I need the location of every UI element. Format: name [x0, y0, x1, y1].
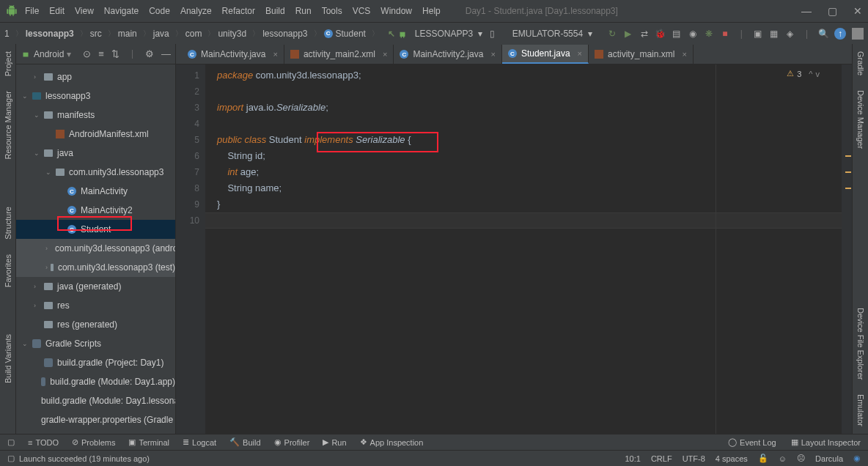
crumb[interactable]: com — [185, 29, 202, 39]
tree-item[interactable]: build.gradle (Module: Day1.lessonapp3) — [16, 391, 175, 410]
menu-analyze[interactable]: Analyze — [180, 6, 212, 16]
crumb[interactable]: lessonapp3 — [262, 29, 307, 39]
tree-item[interactable]: res (generated) — [16, 315, 175, 334]
line-separator[interactable]: CRLF — [651, 454, 672, 463]
close-tab-icon[interactable]: × — [490, 50, 495, 59]
profiler-tab[interactable]: ◉ Profiler — [274, 437, 310, 447]
tree-item[interactable]: build.gradle (Module: Day1.app) — [16, 372, 175, 391]
editor-tab[interactable]: activity_main.xml× — [589, 45, 694, 64]
editor-tab[interactable]: CMainActivity.java× — [182, 45, 284, 64]
project-view-dropdown[interactable]: Android ▾ — [21, 49, 71, 59]
logcat-tab[interactable]: ≣ Logcat — [183, 437, 216, 447]
tree-item[interactable]: ›res — [16, 296, 175, 315]
problems-tab[interactable]: ⊘ Problems — [72, 437, 115, 447]
inspection-badge[interactable]: ⚠3 ^v — [787, 69, 820, 78]
minimize-button[interactable]: — — [801, 5, 812, 17]
crumb[interactable]: 1 — [4, 29, 10, 39]
tree-item[interactable]: ⌄manifests — [16, 106, 175, 125]
sync-icon[interactable]: ↻ — [607, 29, 617, 39]
crumb[interactable]: Student — [336, 29, 366, 39]
build-tab[interactable]: 🔨 Build — [229, 437, 260, 447]
tab-favorites[interactable]: Favorites — [2, 247, 14, 295]
select-opened-file-icon[interactable]: ⊙ — [83, 48, 91, 59]
settings-icon[interactable]: ⚙ — [145, 48, 154, 59]
crumb[interactable]: main — [118, 29, 137, 39]
expand-all-icon[interactable]: ≡ — [98, 48, 104, 59]
todo-tab[interactable]: ≡ TODO — [28, 438, 59, 447]
tree-item[interactable]: AndroidManifest.xml — [16, 125, 175, 144]
close-tab-icon[interactable]: × — [383, 50, 387, 59]
tab-gradle[interactable]: Gradle — [855, 44, 867, 83]
menu-edit[interactable]: Edit — [49, 6, 65, 16]
tree-item[interactable]: ›com.unity3d.lessonapp3 (test) — [16, 258, 175, 277]
menu-window[interactable]: Window — [380, 6, 412, 16]
close-tab-icon[interactable]: × — [682, 50, 686, 59]
tree-item[interactable]: ›app — [16, 67, 175, 86]
resource-manager-icon[interactable]: ◈ — [785, 29, 795, 39]
attach-debugger-icon[interactable]: ❋ — [704, 29, 714, 39]
crumb[interactable]: unity3d — [218, 29, 246, 39]
tree-item[interactable]: ⌄Gradle Scripts — [16, 334, 175, 353]
menu-file[interactable]: File — [25, 6, 39, 16]
menu-run[interactable]: Run — [295, 6, 312, 16]
menu-code[interactable]: Code — [149, 6, 170, 16]
device-dropdown[interactable]: EMULATOR-5554 ▾ — [512, 29, 592, 39]
run-tab[interactable]: ▶ Run — [323, 437, 346, 447]
coverage-icon[interactable]: ▤ — [672, 29, 682, 39]
tree-item[interactable]: ›java (generated) — [16, 277, 175, 296]
close-tab-icon[interactable]: × — [578, 49, 582, 58]
editor-tab[interactable]: activity_main2.xml× — [284, 45, 394, 64]
close-tab-icon[interactable]: × — [273, 50, 277, 59]
menu-navigate[interactable]: Navigate — [104, 6, 139, 16]
menu-vcs[interactable]: VCS — [353, 6, 371, 16]
menu-tools[interactable]: Tools — [322, 6, 342, 16]
memory-icon[interactable]: ◉ — [853, 454, 861, 463]
tree-item[interactable]: CMainActivity2 — [16, 201, 175, 220]
tool-window-button[interactable]: ▢ — [7, 437, 15, 447]
apply-changes-icon[interactable]: ⇄ — [639, 29, 650, 39]
run-icon[interactable]: ▶ — [623, 29, 633, 39]
hide-icon[interactable]: — — [161, 48, 171, 59]
tab-device-manager[interactable]: Device Manager — [855, 83, 867, 156]
tab-resource-manager[interactable]: Resource Manager — [2, 84, 14, 167]
power-save-icon[interactable]: ☹ — [797, 454, 805, 463]
cursor-position[interactable]: 10:1 — [625, 454, 641, 463]
crumb[interactable]: java — [153, 29, 169, 39]
updates-icon[interactable]: ↑ — [834, 28, 846, 40]
indent-setting[interactable]: 4 spaces — [716, 454, 748, 463]
marker-strip[interactable] — [842, 64, 852, 434]
run-config-dropdown[interactable]: LESSONAPP3 ▾ — [415, 29, 482, 39]
editor-tab[interactable]: CStudent.java× — [502, 45, 589, 64]
profiler-icon[interactable]: ◉ — [688, 29, 698, 39]
back-icon[interactable]: ↖ — [388, 29, 395, 39]
menu-help[interactable]: Help — [422, 6, 441, 16]
editor-tab[interactable]: CMainActivity2.java× — [394, 45, 501, 64]
readonly-icon[interactable]: 🔓 — [758, 454, 768, 463]
tab-structure[interactable]: Structure — [2, 199, 14, 247]
debug-icon[interactable]: 🐞 — [655, 29, 666, 39]
tree-item[interactable]: build.gradle (Project: Day1) — [16, 353, 175, 372]
app-inspection-tab[interactable]: ❖ App Inspection — [360, 437, 424, 447]
tree-item[interactable]: ›com.unity3d.lessonapp3 (androidTest) — [16, 239, 175, 258]
tree-item[interactable]: ⌄com.unity3d.lessonapp3 — [16, 163, 175, 182]
menu-build[interactable]: Build — [265, 6, 285, 16]
file-encoding[interactable]: UTF-8 — [683, 454, 705, 463]
user-icon[interactable] — [852, 28, 864, 40]
maximize-button[interactable]: ▢ — [828, 5, 837, 17]
search-icon[interactable]: 🔍 — [818, 29, 828, 39]
tab-emulator[interactable]: Emulator — [855, 387, 867, 434]
close-button[interactable]: ✕ — [853, 5, 862, 17]
event-log-tab[interactable]: ◯ Event Log — [728, 437, 776, 447]
code-editor[interactable]: package com.unity3d.lessonapp3; import j… — [205, 64, 842, 434]
avd-manager-icon[interactable]: ▣ — [753, 29, 763, 39]
tab-build-variants[interactable]: Build Variants — [2, 327, 14, 391]
tree-item[interactable]: CMainActivity — [16, 182, 175, 201]
tree-item[interactable]: gradle-wrapper.properties (Gradle Versio… — [16, 410, 175, 429]
tab-device-file-explorer[interactable]: Device File Explorer — [855, 300, 867, 387]
menu-refactor[interactable]: Refactor — [222, 6, 255, 16]
crumb[interactable]: lessonapp3 — [26, 29, 74, 39]
layout-inspector-tab[interactable]: ▦ Layout Inspector — [791, 437, 861, 447]
tree-item[interactable]: ⌄java — [16, 144, 175, 163]
menu-view[interactable]: View — [75, 6, 94, 16]
stop-icon[interactable]: ■ — [720, 29, 730, 39]
